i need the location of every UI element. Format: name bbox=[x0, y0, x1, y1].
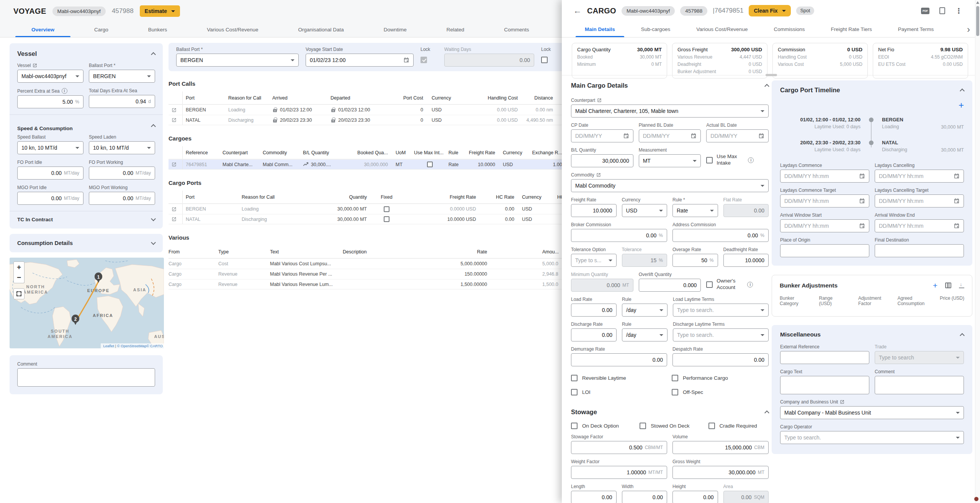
calendar-icon[interactable] bbox=[859, 198, 865, 204]
counterpart-select[interactable]: Mabl Charterer, Charterer, 105, Mable to… bbox=[571, 105, 769, 118]
fixed-checkbox[interactable] bbox=[384, 206, 389, 212]
load-rate-input[interactable]: 0.00 bbox=[571, 304, 617, 317]
tc-in-contract-section[interactable]: TC In Contract bbox=[17, 211, 155, 229]
tab-freight-rate-tiers[interactable]: Freight Rate Tiers bbox=[818, 21, 885, 37]
discharge-laytime-terms-select[interactable]: Type to search. bbox=[673, 328, 769, 341]
copy-icon[interactable] bbox=[939, 7, 945, 14]
calendar-icon[interactable] bbox=[403, 57, 409, 63]
kebab-menu-icon[interactable] bbox=[955, 7, 962, 15]
table-row[interactable]: Cargo Revenue Mabl Various Revenue Lum..… bbox=[169, 279, 567, 289]
use-max-intake-checkbox[interactable] bbox=[427, 162, 433, 167]
trade-select[interactable]: Type to search bbox=[875, 351, 964, 364]
tab-various-cost-revenue[interactable]: Various Cost/Revenue bbox=[683, 21, 761, 37]
map-zoom-in-button[interactable]: + bbox=[13, 261, 25, 273]
use-max-intake-checkbox[interactable] bbox=[706, 157, 713, 163]
add-bunker-adjustment-button[interactable] bbox=[933, 281, 937, 289]
percent-extra-input[interactable]: 5.00% bbox=[17, 95, 83, 108]
waiting-days-input[interactable]: 0.00 bbox=[444, 54, 534, 67]
overlift-quantity-input[interactable]: 0.000 bbox=[639, 279, 701, 292]
external-reference-input[interactable] bbox=[780, 351, 869, 364]
discharge-rule-select[interactable]: /day bbox=[622, 328, 668, 341]
deadfreight-rate-input[interactable]: 10.0000 bbox=[723, 254, 769, 267]
fixed-checkbox[interactable] bbox=[384, 216, 389, 222]
loi-checkbox[interactable] bbox=[571, 389, 578, 395]
map-zoom-out-button[interactable]: − bbox=[13, 272, 25, 283]
planned-bl-date-input[interactable]: DD/MM/YY bbox=[639, 129, 701, 142]
collapse-icon[interactable] bbox=[151, 124, 156, 129]
table-row-selected[interactable]: 76479851 Mabl Charte... Mabl Comm... 30,… bbox=[169, 159, 567, 170]
laydays-commence-target-input[interactable]: DD/MM/YY hh:mm bbox=[780, 194, 869, 207]
performance-cargo-checkbox[interactable] bbox=[672, 375, 678, 381]
broker-commission-input[interactable]: 0.00% bbox=[571, 229, 667, 242]
consumption-details-section[interactable]: Consumption Details bbox=[10, 234, 163, 252]
open-in-new-icon[interactable] bbox=[172, 162, 177, 167]
fo-port-idle-input[interactable]: 0.00MT/day bbox=[17, 167, 83, 180]
open-in-new-icon[interactable] bbox=[596, 173, 601, 177]
despatch-rate-input[interactable]: 0.00 bbox=[672, 353, 769, 366]
info-icon[interactable] bbox=[747, 282, 753, 287]
height-input[interactable]: 0.00 bbox=[672, 491, 718, 503]
tab-organisational-data[interactable]: Organisational Data bbox=[278, 22, 363, 37]
cp-date-input[interactable]: DD/MM/YY bbox=[571, 129, 633, 142]
laydays-cancelling-target-input[interactable]: DD/MM/YY hh:mm bbox=[875, 194, 964, 207]
open-in-new-icon[interactable] bbox=[172, 217, 177, 222]
info-icon[interactable] bbox=[62, 88, 67, 94]
ballast-port-select[interactable]: BERGEN bbox=[89, 70, 155, 83]
laydays-commence-input[interactable]: DD/MM/YY hh:mm bbox=[780, 170, 869, 183]
width-input[interactable]: 0.00 bbox=[622, 491, 668, 503]
open-in-new-icon[interactable] bbox=[172, 108, 177, 113]
on-deck-option-checkbox[interactable] bbox=[571, 423, 578, 429]
tab-related[interactable]: Related bbox=[427, 22, 484, 37]
columns-icon[interactable] bbox=[945, 283, 951, 288]
owners-account-checkbox[interactable] bbox=[706, 281, 713, 288]
tab-payment-terms[interactable]: Payment Terms bbox=[885, 21, 947, 37]
fo-port-working-input[interactable]: 0.00MT/day bbox=[89, 167, 155, 180]
open-in-new-icon[interactable] bbox=[172, 207, 177, 212]
scrollbar-thumb[interactable] bbox=[976, 6, 979, 36]
calendar-icon[interactable] bbox=[954, 223, 960, 229]
open-in-new-icon[interactable] bbox=[33, 63, 37, 68]
place-of-origin-input[interactable] bbox=[780, 244, 869, 257]
total-days-input[interactable]: 0.94d bbox=[89, 95, 155, 108]
table-row[interactable]: BERGEN Loading 01/02/23 12:00 01/02/23 1… bbox=[169, 105, 567, 115]
map-fullscreen-button[interactable] bbox=[13, 288, 25, 299]
calendar-icon[interactable] bbox=[758, 133, 764, 139]
tolerance-option-select[interactable]: Type to s... bbox=[571, 254, 617, 267]
lock-checkbox[interactable] bbox=[420, 57, 427, 63]
calendar-icon[interactable] bbox=[954, 198, 960, 204]
flat-rate-input[interactable]: 0.00 bbox=[723, 204, 769, 217]
table-row[interactable]: Cargo Revenue Mabl Various Revenue Per .… bbox=[169, 269, 567, 279]
arrival-window-end-input[interactable]: DD/MM/YY hh:mm bbox=[875, 219, 964, 232]
calendar-icon[interactable] bbox=[690, 133, 697, 139]
tab-bunkers[interactable]: Bunkers bbox=[128, 22, 187, 37]
measurement-select[interactable]: MT bbox=[639, 154, 701, 167]
calendar-icon[interactable] bbox=[623, 133, 629, 139]
vessel-select[interactable]: Mabl-owc4403pnyf bbox=[17, 70, 83, 83]
open-in-new-icon[interactable] bbox=[597, 98, 602, 103]
table-row[interactable]: NATAL Discharging 30,000.00 MT 10.0000 U… bbox=[169, 214, 567, 224]
collapse-icon[interactable] bbox=[151, 52, 156, 57]
mgo-port-working-input[interactable]: 0.00MT/day bbox=[89, 192, 155, 205]
tab-sub-cargoes[interactable]: Sub-cargoes bbox=[628, 21, 684, 37]
laydays-cancelling-input[interactable]: DD/MM/YY hh:mm bbox=[875, 170, 964, 183]
load-laytime-terms-select[interactable]: Type to search. bbox=[673, 304, 769, 317]
back-arrow-icon[interactable] bbox=[573, 7, 582, 15]
tab-main-details[interactable]: Main Details bbox=[572, 21, 628, 37]
volume-input[interactable]: 15,000.000CBM bbox=[672, 441, 769, 454]
collapse-icon[interactable] bbox=[960, 88, 965, 93]
tolerance-input[interactable]: 15% bbox=[622, 254, 668, 267]
calendar-icon[interactable] bbox=[954, 173, 960, 179]
reversible-laytime-checkbox[interactable] bbox=[571, 375, 578, 381]
currency-select[interactable]: USD bbox=[622, 204, 668, 217]
voyage-start-date-input[interactable]: 01/02/23 12:00 bbox=[306, 54, 414, 67]
cradle-required-checkbox[interactable] bbox=[708, 423, 715, 429]
actual-bl-date-input[interactable]: DD/MM/YY bbox=[706, 129, 769, 142]
voyage-comment-textarea[interactable] bbox=[17, 368, 155, 387]
table-row[interactable]: BERGEN Loading 30,000.00 MT 0.0000 USD 0… bbox=[169, 204, 567, 214]
final-destination-input[interactable] bbox=[875, 244, 964, 257]
bl-quantity-input[interactable]: 30,000.000 bbox=[571, 154, 633, 167]
discharge-rate-input[interactable]: 0.00 bbox=[571, 328, 617, 341]
off-spec-checkbox[interactable] bbox=[672, 389, 678, 395]
stowage-factor-input[interactable]: 0.500CBM/MT bbox=[571, 441, 667, 454]
more-tabs-icon[interactable] bbox=[967, 24, 970, 35]
